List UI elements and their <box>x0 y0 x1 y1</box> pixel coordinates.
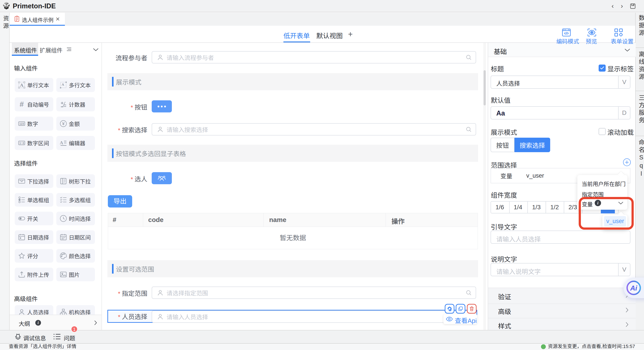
svg-text:#: # <box>20 101 24 108</box>
svg-text:A: A <box>20 83 24 88</box>
svg-text:A: A <box>60 140 63 145</box>
svg-text:123: 123 <box>19 122 24 125</box>
svg-text:Ai: Ai <box>630 284 638 292</box>
svg-text:¥: ¥ <box>62 121 65 126</box>
svg-text:A: A <box>62 83 64 86</box>
svg-text:1~3: 1~3 <box>19 141 24 145</box>
